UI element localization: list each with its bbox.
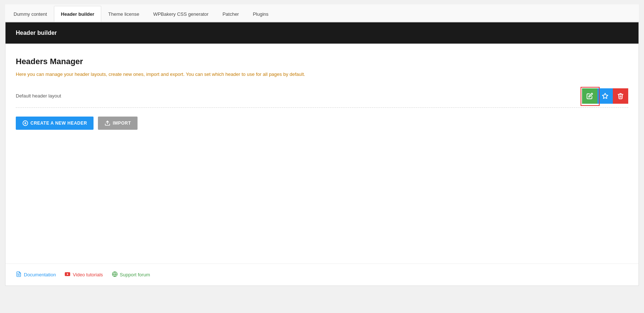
forum-label: Support forum [120, 272, 150, 277]
header-bar-title: Header builder [16, 30, 57, 36]
default-layout-label: Default header layout [16, 93, 61, 99]
footer-links: Documentation Video tutorials [6, 264, 638, 286]
trash-icon [617, 93, 624, 99]
create-new-header-button[interactable]: CREATE A NEW HEADER [16, 117, 94, 130]
video-link[interactable]: Video tutorials [65, 271, 103, 278]
video-label: Video tutorials [73, 272, 103, 277]
header-bar: Header builder [6, 22, 638, 44]
section-description: Here you can manage your header layouts,… [16, 71, 628, 78]
svg-marker-0 [603, 93, 608, 98]
docs-link[interactable]: Documentation [16, 271, 56, 278]
star-icon [602, 93, 608, 99]
import-button[interactable]: IMPORT [98, 117, 138, 130]
main-content: Headers Manager Here you can manage your… [6, 44, 638, 264]
forum-icon [112, 271, 118, 278]
docs-icon [16, 271, 22, 278]
import-icon [105, 120, 110, 126]
video-icon [65, 271, 70, 278]
tab-wpbakery-css[interactable]: WPBakery CSS generator [146, 6, 216, 22]
tab-bar: Dummy content Header builder Theme licen… [5, 4, 639, 22]
docs-label: Documentation [24, 272, 56, 277]
header-layout-row: Default header layout [16, 88, 628, 108]
tab-dummy-content[interactable]: Dummy content [7, 6, 54, 22]
delete-button[interactable] [613, 88, 628, 104]
create-button-label: CREATE A NEW HEADER [30, 121, 87, 126]
section-title: Headers Manager [16, 57, 628, 66]
tab-header-builder[interactable]: Header builder [54, 6, 101, 22]
plus-circle-icon [22, 120, 28, 126]
tab-patcher[interactable]: Patcher [216, 6, 246, 22]
bottom-buttons: CREATE A NEW HEADER IMPORT [16, 117, 628, 130]
edit-button[interactable] [582, 88, 597, 104]
forum-link[interactable]: Support forum [112, 271, 150, 278]
pencil-icon [586, 93, 593, 99]
star-button[interactable] [597, 88, 613, 104]
import-button-label: IMPORT [113, 121, 131, 126]
content-box: Header builder Headers Manager Here you … [5, 22, 639, 286]
tab-plugins[interactable]: Plugins [246, 6, 275, 22]
page-outer: Dummy content Header builder Theme licen… [0, 0, 644, 313]
tab-theme-license[interactable]: Theme license [101, 6, 146, 22]
action-buttons-group [582, 88, 628, 104]
